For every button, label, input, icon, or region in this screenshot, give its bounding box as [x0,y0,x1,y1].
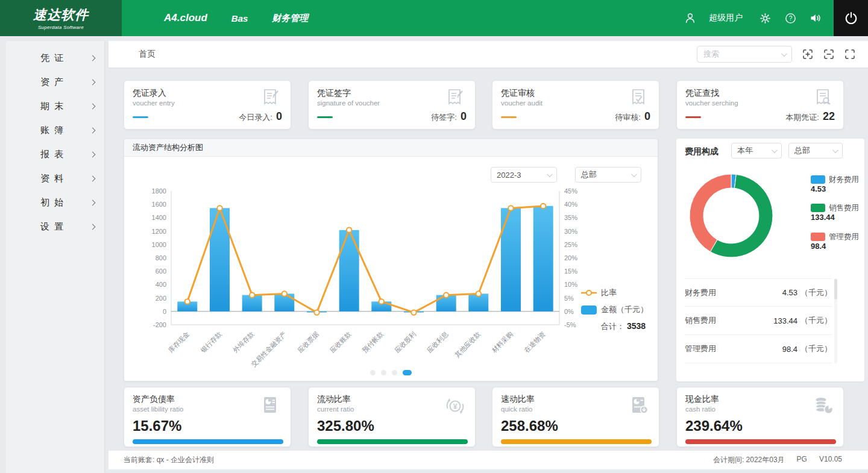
accent-dash [501,116,517,118]
expense-unit: （千元） [800,315,832,326]
svg-text:30%: 30% [564,228,577,235]
list-item: 财务费用 4.53 （千元） [685,278,832,307]
stat-label: 本期凭证: [785,112,819,123]
card-subtitle: asset libility ratio [133,406,183,413]
ratio-value: 239.64% [685,418,743,434]
accent-dash [685,116,701,118]
legend-label: 管理费用 [829,232,859,242]
expense-unit: （千元） [800,287,832,298]
expense-name: 管理费用 [685,343,716,354]
sidebar-item-initial[interactable]: 初 始 [6,190,104,215]
svg-text:10%: 10% [564,281,577,288]
chevron-right-icon [90,175,96,181]
sidebar-item-voucher[interactable]: 凭 证 [6,46,104,70]
donut-legend: 财务费用 4.53 销售费用 133.44 管理费用 98.4 [811,175,859,260]
carousel-dot[interactable] [370,370,376,375]
nav-product-finance[interactable]: 财务管理 [272,13,308,24]
search-placeholder: 搜索 [703,49,719,60]
legend-value: 98.4 [811,242,826,251]
sidebar-item-assets[interactable]: 资 产 [6,70,104,94]
card-subtitle: quick ratio [501,406,532,413]
speaker-icon[interactable] [809,11,822,25]
sidebar-item-label: 初 始 [40,197,64,208]
accent-dash [133,116,148,118]
quick-ratio-card: 速动比率 quick ratio 258.68% [492,387,659,447]
nav-product-bas[interactable]: Bas [231,13,248,23]
card-title: 现金比率 [685,394,719,405]
card-subtitle: voucher serching [685,99,738,107]
voucher-search-card[interactable]: 凭证查找 voucher serching 本期凭证:22 [676,80,844,130]
carousel-dots [124,370,658,375]
report-pie-icon [258,393,283,419]
carousel-dot[interactable] [381,370,386,375]
sidebar-item-period-end[interactable]: 期 末 [6,94,104,118]
help-icon[interactable]: ? [784,11,797,25]
carousel-dot[interactable] [392,370,397,375]
panel-header: 流动资产结构分析图 [124,139,658,157]
svg-text:在途物资: 在途物资 [523,330,547,354]
fullscreen-icon[interactable] [844,49,855,60]
search-input[interactable]: 搜索 [697,46,792,63]
current-assets-panel: 流动资产结构分析图 2022-3 总部 -2000200400600800100… [124,139,658,381]
stat-value: 0 [461,110,467,123]
user-icon[interactable] [684,11,697,25]
chevron-right-icon [90,79,96,85]
legend-entry[interactable]: 财务费用 4.53 [811,175,859,194]
svg-text:外埠存款: 外埠存款 [231,330,256,354]
gear-icon[interactable] [758,11,772,25]
chevron-down-icon [631,171,637,177]
voucher-audit-card[interactable]: 凭证审核 voucher audit 待审核:0 [492,80,659,130]
ratio-bar [317,439,468,444]
org-select[interactable]: 总部 [575,167,641,183]
chevron-right-icon [90,199,96,205]
sidebar-item-reports[interactable]: 报 表 [6,142,104,166]
expense-donut-chart [686,172,776,263]
sidebar-item-data[interactable]: 资 料 [6,166,104,190]
ratio-value: 15.67% [133,418,181,434]
nav-product-a4cloud[interactable]: A4.cloud [164,12,207,24]
svg-text:400: 400 [156,281,166,288]
line-legend-label[interactable]: 比率 [601,287,617,298]
legend-entry[interactable]: 管理费用 98.4 [811,232,859,251]
legend-label: 销售费用 [829,203,859,213]
sidebar-item-settings[interactable]: 设 置 [6,215,104,239]
current-ratio-card: 流动比率 current ratio 325.80% ¥ [308,387,476,447]
voucher-sign-card[interactable]: 凭证签字 signature of voucher 待签字:0 [308,80,476,130]
power-button[interactable] [834,0,868,36]
username-label[interactable]: 超级用户 [709,13,743,23]
stat-value: 0 [644,110,650,123]
svg-text:45%: 45% [564,187,577,195]
zoom-in-icon[interactable] [802,49,813,60]
legend-entry[interactable]: 销售费用 133.44 [811,203,859,222]
total-label: 合计： [601,321,624,332]
zoom-out-icon[interactable] [823,49,834,60]
period-select[interactable]: 2022-3 [491,167,557,183]
card-subtitle: cash ratio [685,406,715,413]
receipt-search-icon [812,86,836,110]
chevron-right-icon [90,55,96,61]
scrollbar-thumb[interactable] [834,279,837,299]
stat-value: 22 [823,110,835,123]
coins-pie-icon [811,393,836,419]
expense-unit: （千元） [800,343,832,354]
carousel-dot-active[interactable] [403,370,412,375]
year-select[interactable]: 本年 [731,143,782,158]
sidebar-item-books[interactable]: 账 簿 [6,118,104,142]
db-type-label: PG [797,455,807,465]
ratio-bar [133,439,283,444]
chevron-down-icon [832,147,838,153]
chevron-right-icon [90,151,96,157]
svg-text:35%: 35% [564,214,577,221]
ratio-bar [685,439,836,444]
list-scrollbar [834,278,837,363]
tab-home[interactable]: 首页 [139,49,156,60]
org-select[interactable]: 总部 [788,143,843,158]
voucher-entry-card[interactable]: 凭证录入 voucher entry 今日录入:0 [124,80,291,130]
stat-value: 0 [276,110,282,123]
panel-title: 流动资产结构分析图 [133,142,203,153]
svg-text:-5%: -5% [564,321,576,328]
version-label: V10.05 [819,455,842,465]
svg-text:交易性金融资产: 交易性金融资产 [250,330,288,368]
list-item: 管理费用 98.4 （千元） [685,335,832,363]
bar-legend-label[interactable]: 金额（千元） [601,304,648,315]
